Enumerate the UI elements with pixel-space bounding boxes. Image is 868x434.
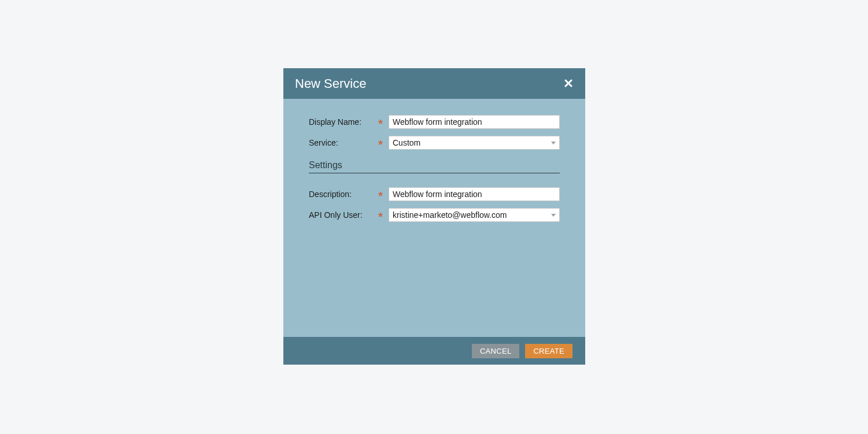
service-select[interactable]: Custom xyxy=(389,136,560,150)
dialog-footer: CANCEL CREATE xyxy=(283,337,585,365)
chevron-down-icon xyxy=(548,214,559,217)
chevron-down-icon xyxy=(548,142,559,144)
service-row: Service: * Custom xyxy=(309,136,560,150)
required-asterisk: * xyxy=(378,120,389,128)
display-name-label: Display Name: xyxy=(309,117,378,127)
api-only-user-select-value: kristine+marketo@webflow.com xyxy=(389,210,548,220)
settings-heading: Settings xyxy=(309,160,560,173)
api-only-user-select[interactable]: kristine+marketo@webflow.com xyxy=(389,208,560,222)
dialog-title: New Service xyxy=(295,76,366,91)
close-icon[interactable] xyxy=(563,77,574,90)
cancel-button[interactable]: CANCEL xyxy=(472,344,520,358)
description-row: Description: * xyxy=(309,187,560,201)
required-asterisk: * xyxy=(378,140,389,149)
required-asterisk: * xyxy=(378,192,389,200)
dialog-header: New Service xyxy=(283,68,585,99)
service-label: Service: xyxy=(309,138,378,147)
display-name-row: Display Name: * xyxy=(309,115,560,129)
service-select-value: Custom xyxy=(389,138,548,147)
new-service-dialog: New Service Display Name: * Service: * C… xyxy=(283,68,585,365)
display-name-input[interactable] xyxy=(389,115,560,129)
api-only-user-row: API Only User: * kristine+marketo@webflo… xyxy=(309,208,560,222)
api-only-user-label: API Only User: xyxy=(309,210,378,220)
dialog-body: Display Name: * Service: * Custom Settin… xyxy=(283,99,585,337)
description-label: Description: xyxy=(309,190,378,199)
description-input[interactable] xyxy=(389,187,560,201)
create-button[interactable]: CREATE xyxy=(525,344,572,358)
required-asterisk: * xyxy=(378,213,389,221)
